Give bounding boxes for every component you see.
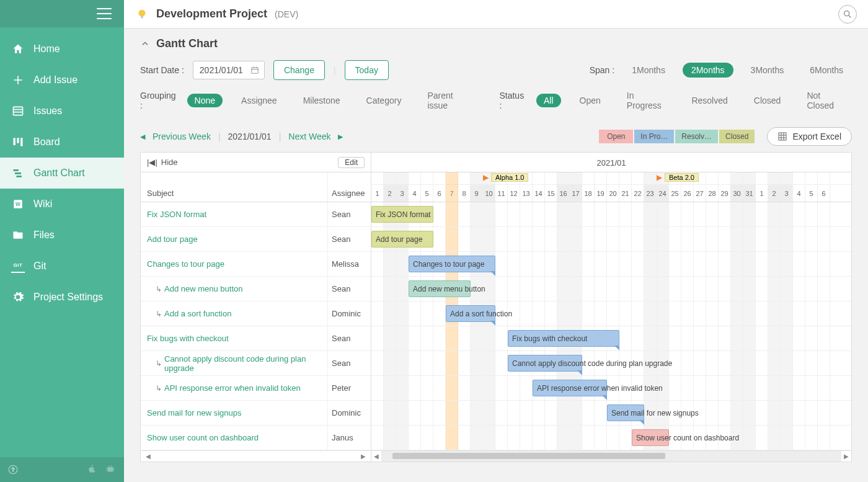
- hamburger-icon[interactable]: [97, 8, 112, 19]
- day-cell: 26: [681, 185, 694, 202]
- gantt-bar[interactable]: Add a sort function: [446, 305, 495, 322]
- status-inprogress[interactable]: In Progress: [619, 89, 673, 112]
- gantt-bar[interactable]: Fix JSON format: [371, 206, 433, 223]
- grouping-category[interactable]: Category: [359, 94, 409, 107]
- sidebar-bottom: ?: [0, 457, 124, 482]
- status-resolved[interactable]: Resolved: [684, 94, 735, 107]
- task-subject[interactable]: Show user count on dashboard: [141, 426, 327, 450]
- day-cell: 13: [520, 185, 533, 202]
- export-excel-button[interactable]: Export Excel: [767, 127, 852, 146]
- col-subject: Subject: [141, 172, 327, 202]
- day-cell: 28: [706, 185, 719, 202]
- sidebar-item-add-issue[interactable]: Add Issue: [0, 65, 124, 96]
- task-subject[interactable]: Send mail for new signups: [141, 401, 327, 425]
- edit-button[interactable]: Edit: [338, 157, 365, 168]
- sidebar-item-gantt[interactable]: Gantt Chart: [0, 158, 124, 189]
- sidebar-item-issues[interactable]: Issues: [0, 96, 124, 127]
- svg-point-15: [109, 466, 110, 467]
- task-assignee: Peter: [327, 376, 371, 400]
- task-subject[interactable]: Fix bugs with checkout: [141, 326, 327, 350]
- collapse-left-icon[interactable]: |◀|: [147, 158, 157, 167]
- hide-label[interactable]: Hide: [161, 158, 178, 167]
- list-icon: [11, 104, 25, 118]
- gantt-bar[interactable]: Cannot apply discount code during plan u…: [508, 355, 582, 372]
- gantt-bar[interactable]: Send mail for new signups: [607, 404, 644, 421]
- gantt-bar[interactable]: Show user count on dashboard: [632, 429, 669, 446]
- scroll-left-table[interactable]: ◀: [143, 453, 153, 460]
- span-6months[interactable]: 6Months: [801, 63, 852, 78]
- task-row: Fix JSON format Sean Fix JSON format: [141, 202, 851, 227]
- svg-text:?: ?: [12, 467, 15, 473]
- status-all[interactable]: All: [536, 94, 561, 107]
- task-assignee: Sean: [327, 326, 371, 350]
- grouping-none[interactable]: None: [187, 94, 223, 107]
- svg-point-19: [844, 11, 849, 16]
- change-button[interactable]: Change: [273, 60, 325, 80]
- status-closed[interactable]: Closed: [746, 94, 789, 107]
- task-timeline: Fix bugs with checkout: [371, 326, 851, 350]
- span-2months[interactable]: 2Months: [683, 63, 733, 78]
- next-arrow[interactable]: ▶: [338, 133, 343, 141]
- sidebar-item-home[interactable]: Home: [0, 33, 124, 65]
- gantt-bar[interactable]: Fix bugs with checkout: [508, 330, 619, 347]
- gantt-bar[interactable]: Add tour page: [371, 231, 433, 248]
- prev-week-link[interactable]: Previous Week: [153, 132, 211, 141]
- task-subject[interactable]: ↳ API response error when invalid token: [141, 376, 327, 400]
- prev-arrow[interactable]: ◀: [140, 133, 145, 141]
- task-subject[interactable]: ↳ Cannot apply discount code during plan…: [141, 351, 327, 375]
- gantt-bar[interactable]: API response error when invalid token: [533, 380, 607, 396]
- day-cell: 24: [657, 185, 669, 202]
- day-cell: 25: [669, 185, 681, 202]
- milestone[interactable]: ▶Alpha 1.0: [483, 173, 528, 182]
- sidebar-item-wiki[interactable]: W Wiki: [0, 189, 124, 220]
- flag-icon: ▶: [657, 173, 662, 182]
- today-button[interactable]: Today: [345, 60, 389, 80]
- svg-rect-18: [141, 16, 143, 18]
- home-icon: [11, 42, 25, 56]
- task-timeline: Changes to tour page: [371, 252, 851, 276]
- grouping-assignee[interactable]: Assignee: [234, 94, 285, 107]
- sidebar-item-files[interactable]: Files: [0, 220, 124, 251]
- status-label: Status :: [499, 91, 525, 110]
- task-subject[interactable]: Changes to tour page: [141, 252, 327, 276]
- task-assignee: Janus: [327, 426, 371, 450]
- chart-scrollbar[interactable]: [381, 451, 841, 462]
- next-week-link[interactable]: Next Week: [288, 132, 330, 141]
- grouping-milestone[interactable]: Milestone: [296, 94, 348, 107]
- task-subject[interactable]: Fix JSON format: [141, 202, 327, 226]
- task-subject[interactable]: ↳ Add a sort function: [141, 301, 327, 326]
- scroll-left-chart[interactable]: ◀: [371, 451, 381, 462]
- scroll-thumb[interactable]: [392, 453, 665, 459]
- task-subject[interactable]: Add tour page: [141, 227, 327, 251]
- android-icon[interactable]: [105, 464, 117, 475]
- status-notclosed[interactable]: Not Closed: [799, 89, 852, 112]
- grouping-parent[interactable]: Parent issue: [420, 89, 477, 112]
- span-1months[interactable]: 1Months: [623, 63, 674, 78]
- collapse-icon[interactable]: [140, 39, 150, 49]
- gantt-bar[interactable]: Changes to tour page: [409, 256, 495, 272]
- task-subject[interactable]: ↳ Add new menu button: [141, 277, 327, 301]
- sidebar-nav: Home Add Issue Issues Board Gantt Chart …: [0, 27, 124, 457]
- scroll-right-chart[interactable]: ▶: [841, 451, 851, 462]
- sidebar-item-git[interactable]: GIT Git: [0, 251, 124, 282]
- svg-rect-4: [17, 138, 19, 143]
- legend-closed: Closed: [719, 130, 755, 143]
- start-date-value: 2021/01/01: [200, 65, 243, 75]
- status-open[interactable]: Open: [572, 94, 608, 107]
- milestone[interactable]: ▶Beta 2.0: [657, 173, 699, 182]
- task-row: ↳ Cannot apply discount code during plan…: [141, 351, 851, 376]
- day-cell: 21: [619, 185, 632, 202]
- legend: Open In Pro… Resolv… Closed: [599, 130, 755, 143]
- sidebar-item-settings[interactable]: Project Settings: [0, 282, 124, 313]
- scroll-right-table[interactable]: ▶: [358, 453, 368, 460]
- task-row: ↳ Add a sort function Dominic Add a sort…: [141, 301, 851, 326]
- apple-icon[interactable]: [87, 464, 98, 475]
- span-3months[interactable]: 3Months: [742, 63, 793, 78]
- gantt-bar[interactable]: Add new menu button: [409, 280, 471, 297]
- sidebar-item-board[interactable]: Board: [0, 127, 124, 158]
- search-button[interactable]: [838, 5, 857, 24]
- sub-arrow-icon: ↳: [156, 384, 162, 393]
- start-date-input[interactable]: 2021/01/01: [193, 61, 265, 79]
- day-cell: 5: [805, 185, 818, 202]
- help-icon[interactable]: ?: [7, 464, 19, 475]
